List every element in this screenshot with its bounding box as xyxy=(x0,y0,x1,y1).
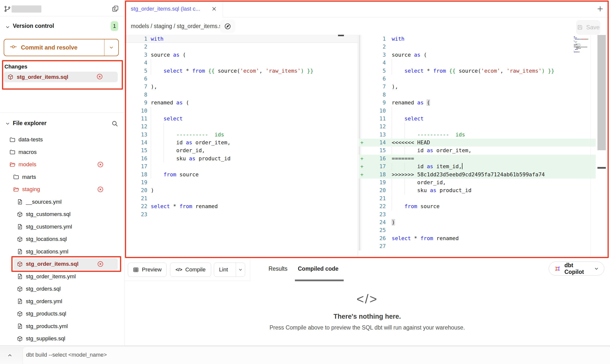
file-explorer-item[interactable]: __sources.yml xyxy=(0,196,124,208)
command-input-region[interactable] xyxy=(23,347,610,364)
copy-icon[interactable] xyxy=(112,5,119,12)
code-line[interactable]: 23 xyxy=(359,211,596,218)
code-line[interactable]: 17 xyxy=(124,163,358,170)
code-line[interactable]: 12 xyxy=(124,123,358,131)
file-explorer-section-header[interactable]: File explorer xyxy=(0,118,124,130)
file-explorer-item[interactable]: stg_supplies.sql xyxy=(0,332,124,345)
code-line[interactable]: 10 xyxy=(359,107,596,115)
file-explorer-item[interactable]: stg_order_items.yml xyxy=(0,270,124,283)
compile-button[interactable]: </> Compile xyxy=(170,263,211,277)
code-line[interactable]: 21 xyxy=(359,195,596,202)
minimap[interactable] xyxy=(573,36,596,53)
lineage-icon[interactable] xyxy=(220,20,235,33)
tab-stg-order-items[interactable]: stg_order_items.sql (last c... xyxy=(125,0,223,17)
discard-change-icon[interactable] xyxy=(96,73,103,81)
preview-button[interactable]: Preview xyxy=(128,263,167,277)
file-explorer-item[interactable]: stg_locations.yml xyxy=(0,246,124,258)
code-line[interactable]: +14<<<<<<< HEAD xyxy=(359,139,596,147)
commit-and-resolve-button[interactable]: Commit and resolve xyxy=(4,39,119,56)
pane-divider[interactable] xyxy=(358,35,358,257)
code-line[interactable]: 19 xyxy=(124,179,358,186)
dbt-copilot-button[interactable]: dbt Copilot xyxy=(549,262,604,276)
git-branch-icon[interactable] xyxy=(4,5,11,12)
code-line[interactable]: 27 xyxy=(359,242,596,250)
file-explorer-item[interactable]: stg_orders.yml xyxy=(0,295,124,308)
file-explorer-item[interactable]: models xyxy=(0,158,124,171)
code-line[interactable]: 11 select xyxy=(359,115,596,123)
code-line[interactable]: 25 xyxy=(359,226,596,234)
code-line[interactable]: +18>>>>>>> 58c1dd23d5eebd9cd2495fa7124ab… xyxy=(359,171,596,179)
code-line[interactable]: 24) xyxy=(359,218,596,226)
tab-compiled-code[interactable]: Compiled code xyxy=(298,265,339,272)
code-line[interactable]: 2 xyxy=(359,43,596,51)
file-explorer-item[interactable]: macros xyxy=(0,146,124,159)
code-line[interactable]: 6 xyxy=(359,75,596,83)
code-line[interactable]: 23 xyxy=(124,211,358,218)
code-line[interactable]: 19 order_id, xyxy=(359,179,596,186)
code-line[interactable]: 5 select * from {{ source('ecom', 'raw_i… xyxy=(124,67,358,75)
file-explorer-item[interactable]: stg_products.yml xyxy=(0,320,124,333)
code-line[interactable]: 14 id as order_item, xyxy=(124,139,358,147)
code-line[interactable]: 8 xyxy=(124,91,358,99)
code-line[interactable]: 13 ---------- ids xyxy=(359,131,596,139)
close-icon[interactable] xyxy=(211,6,217,12)
code-line[interactable]: 11 select xyxy=(124,115,358,123)
code-line[interactable]: 20 sku as product_id xyxy=(359,186,596,194)
file-explorer-item[interactable]: marts xyxy=(0,171,124,183)
code-line[interactable]: 6 xyxy=(124,75,358,83)
file-explorer-item[interactable]: stg_customers.yml xyxy=(0,221,124,233)
code-line[interactable]: 1with xyxy=(359,35,596,43)
left-pane-scrollbar[interactable] xyxy=(338,35,344,36)
lint-button[interactable]: Lint xyxy=(214,263,245,277)
code-line[interactable]: 4 xyxy=(124,59,358,67)
code-line[interactable]: 18 from source xyxy=(124,171,358,179)
code-line[interactable]: 2 xyxy=(124,43,358,51)
changes-file-row[interactable]: stg_order_items.sql xyxy=(4,72,118,82)
code-line[interactable]: 7), xyxy=(359,83,596,91)
file-explorer-item[interactable]: staging xyxy=(0,183,124,196)
code-line[interactable]: 1with xyxy=(124,35,358,43)
discard-change-icon[interactable] xyxy=(97,261,104,267)
tab-results[interactable]: Results xyxy=(269,265,288,272)
code-line[interactable]: 3source as ( xyxy=(359,51,596,59)
code-line[interactable]: 22 from source xyxy=(359,202,596,210)
code-editor-left[interactable]: 1with23source as (45 select * from {{ so… xyxy=(124,35,358,218)
code-line[interactable]: 12 xyxy=(359,123,596,131)
command-input[interactable]: dbt build --select <model_name> xyxy=(26,352,107,358)
file-explorer-item[interactable]: data-tests xyxy=(0,133,124,146)
code-line[interactable]: 20) xyxy=(124,186,358,194)
commit-dropdown-button[interactable] xyxy=(104,39,118,56)
right-pane-scrollbar[interactable] xyxy=(597,35,606,150)
code-line[interactable]: +17 id as item_id, xyxy=(359,163,596,170)
file-explorer-item[interactable]: stg_products.sql xyxy=(0,308,124,320)
code-line[interactable]: 16 sku as product_id xyxy=(124,155,358,163)
code-line[interactable]: 9renamed as ( xyxy=(124,99,358,107)
search-icon[interactable] xyxy=(111,120,118,127)
code-line[interactable]: 8 xyxy=(359,91,596,99)
code-line[interactable]: 5 select * from {{ source('ecom', 'raw_i… xyxy=(359,67,596,75)
file-explorer-item[interactable]: stg_orders.sql xyxy=(0,283,124,295)
code-line[interactable]: 3source as ( xyxy=(124,51,358,59)
code-line[interactable]: 15 id as order_item, xyxy=(359,147,596,154)
code-line[interactable]: 9renamed as ( xyxy=(359,99,596,107)
file-explorer-item[interactable]: stg_order_items.sql xyxy=(0,258,124,270)
code-line[interactable]: 7), xyxy=(124,83,358,91)
code-line[interactable]: 10 xyxy=(124,107,358,115)
code-line[interactable]: 21 xyxy=(124,195,358,202)
save-button[interactable]: Save xyxy=(576,20,600,34)
code-line[interactable]: 13 ---------- ids xyxy=(124,131,358,139)
code-line[interactable]: 26select * from renamed xyxy=(359,234,596,242)
code-line[interactable]: 22select * from renamed xyxy=(124,202,358,210)
lint-dropdown-button[interactable] xyxy=(236,263,245,277)
file-explorer-item[interactable]: stg_locations.sql xyxy=(0,233,124,246)
code-line[interactable]: 4 xyxy=(359,59,596,67)
version-control-section-header[interactable]: Version control 1 xyxy=(0,21,124,32)
file-explorer-item[interactable]: stg_customers.sql xyxy=(0,208,124,221)
chevron-up-icon[interactable] xyxy=(5,351,14,360)
code-editor-right[interactable]: 1with23source as (45 select * from {{ so… xyxy=(359,35,610,250)
code-line[interactable]: +16======= xyxy=(359,155,596,163)
code-line[interactable]: 15 order_id, xyxy=(124,147,358,154)
discard-change-icon[interactable] xyxy=(97,186,104,193)
new-tab-button[interactable] xyxy=(595,3,606,14)
discard-change-icon[interactable] xyxy=(97,161,104,168)
